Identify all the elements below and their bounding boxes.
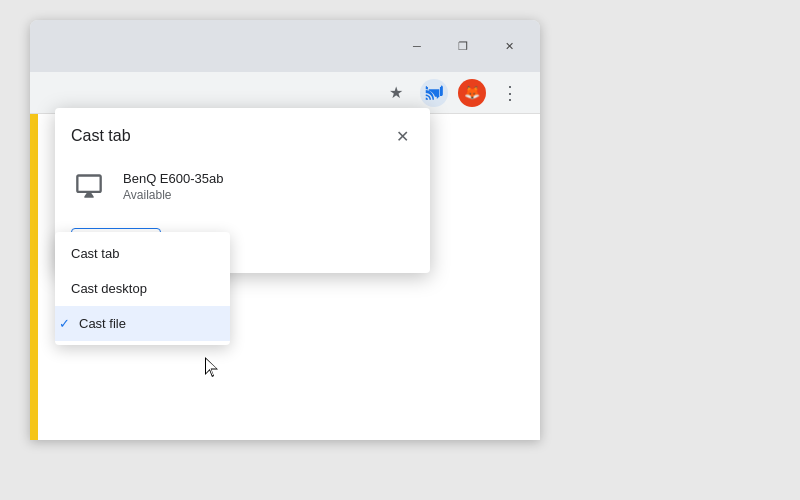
cast-tab-label: Cast tab bbox=[71, 246, 119, 261]
cast-device: BenQ E600-35ab Available bbox=[55, 160, 430, 220]
window-controls: ─ ❐ ✕ bbox=[394, 20, 540, 72]
cast-icon[interactable] bbox=[420, 79, 448, 107]
cast-desktop-label: Cast desktop bbox=[71, 281, 147, 296]
sources-dropdown-menu: Cast tab Cast desktop ✓ Cast file bbox=[55, 232, 230, 345]
maximize-button[interactable]: ❐ bbox=[440, 20, 486, 72]
cast-file-label: Cast file bbox=[79, 316, 126, 331]
minimize-button[interactable]: ─ bbox=[394, 20, 440, 72]
device-status: Available bbox=[123, 188, 223, 202]
cast-dialog-header: Cast tab ✕ bbox=[55, 108, 430, 160]
bookmark-icon[interactable]: ★ bbox=[382, 79, 410, 107]
menu-item-cast-tab[interactable]: Cast tab bbox=[55, 236, 230, 271]
checkmark-icon: ✓ bbox=[59, 316, 70, 331]
monitor-icon bbox=[71, 168, 107, 204]
menu-item-cast-desktop[interactable]: Cast desktop bbox=[55, 271, 230, 306]
menu-icon[interactable]: ⋮ bbox=[496, 79, 524, 107]
device-name: BenQ E600-35ab bbox=[123, 171, 223, 186]
title-bar: ─ ❐ ✕ bbox=[30, 20, 540, 72]
cast-dialog-close-button[interactable]: ✕ bbox=[390, 124, 414, 148]
close-button[interactable]: ✕ bbox=[486, 20, 532, 72]
extension-icon[interactable]: 🦊 bbox=[458, 79, 486, 107]
page-accent bbox=[30, 114, 38, 440]
cast-dialog-title: Cast tab bbox=[71, 127, 131, 145]
menu-item-cast-file[interactable]: ✓ Cast file bbox=[55, 306, 230, 341]
device-info: BenQ E600-35ab Available bbox=[123, 171, 223, 202]
cast-svg-icon bbox=[425, 84, 443, 102]
